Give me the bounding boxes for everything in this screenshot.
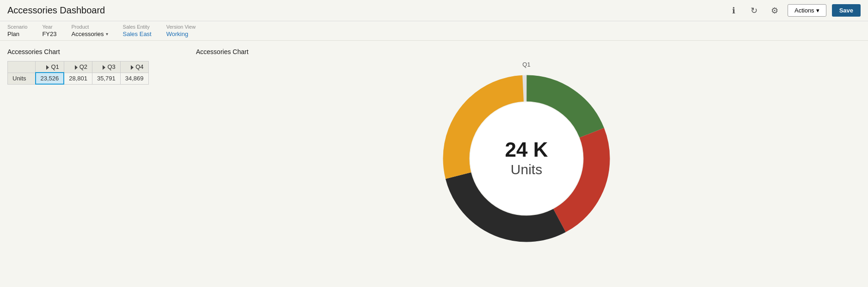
actions-button[interactable]: Actions ▾ bbox=[788, 4, 826, 17]
expand-icon-q1 bbox=[46, 65, 49, 70]
row-label-units: Units bbox=[8, 73, 36, 84]
expand-icon-q4 bbox=[131, 65, 134, 70]
actions-label: Actions bbox=[795, 7, 814, 14]
donut-chart: 24 K Units bbox=[439, 71, 614, 246]
refresh-icon: ↻ bbox=[751, 6, 758, 16]
scenario-filter: Scenario Plan bbox=[7, 24, 27, 37]
chart-quarter-label: Q1 bbox=[522, 61, 530, 68]
product-dropdown-arrow: ▾ bbox=[106, 31, 108, 37]
sales-entity-filter: Sales Entity Sales East bbox=[123, 24, 152, 37]
donut-value: 24 K bbox=[505, 140, 548, 160]
donut-chart-container: Q1 bbox=[196, 61, 857, 246]
header: Accessories Dashboard ℹ ↻ ⚙ Actions ▾ Sa… bbox=[0, 0, 868, 21]
save-label: Save bbox=[839, 7, 853, 14]
header-actions: ℹ ↻ ⚙ Actions ▾ Save bbox=[727, 3, 861, 18]
version-view-value[interactable]: Working bbox=[166, 31, 196, 37]
table-row: Units 23,526 28,801 35,791 34,869 bbox=[8, 73, 149, 84]
left-panel: Accessories Chart Q1 Q2 Q3 Q4 bbox=[0, 41, 185, 254]
expand-icon-q2 bbox=[75, 65, 78, 70]
donut-center-text: 24 K Units bbox=[505, 140, 548, 177]
refresh-button[interactable]: ↻ bbox=[747, 3, 762, 18]
chart-section-title: Accessories Chart bbox=[196, 48, 857, 55]
expand-icon-q3 bbox=[103, 65, 105, 70]
cell-q3-units[interactable]: 35,791 bbox=[92, 73, 121, 84]
table-header-q4[interactable]: Q4 bbox=[120, 61, 148, 73]
product-filter[interactable]: Product Accessories ▾ bbox=[72, 24, 108, 37]
right-panel: Accessories Chart Q1 bbox=[185, 41, 868, 254]
scenario-value: Plan bbox=[7, 31, 27, 37]
chevron-down-icon: ▾ bbox=[816, 7, 819, 14]
year-value: FY23 bbox=[42, 31, 56, 37]
table-section-title: Accessories Chart bbox=[7, 48, 177, 55]
version-view-filter: Version View Working bbox=[166, 24, 196, 37]
gear-icon: ⚙ bbox=[771, 6, 778, 16]
info-button[interactable]: ℹ bbox=[727, 3, 741, 18]
main-content: Accessories Chart Q1 Q2 Q3 Q4 bbox=[0, 41, 868, 254]
table-header-q1[interactable]: Q1 bbox=[36, 61, 64, 73]
accessories-table: Q1 Q2 Q3 Q4 Units 23,526 bbox=[7, 61, 149, 85]
year-label: Year bbox=[42, 24, 56, 30]
table-header-q2[interactable]: Q2 bbox=[64, 61, 92, 73]
filter-bar: Scenario Plan Year FY23 Product Accessor… bbox=[0, 21, 868, 41]
cell-q4-units[interactable]: 34,869 bbox=[120, 73, 148, 84]
table-header-q3[interactable]: Q3 bbox=[92, 61, 121, 73]
save-button[interactable]: Save bbox=[832, 4, 861, 17]
sales-entity-value[interactable]: Sales East bbox=[123, 31, 152, 37]
page-title: Accessories Dashboard bbox=[7, 5, 105, 16]
table-empty-header bbox=[8, 61, 36, 73]
donut-unit: Units bbox=[505, 162, 548, 177]
sales-entity-label: Sales Entity bbox=[123, 24, 152, 30]
version-view-label: Version View bbox=[166, 24, 196, 30]
info-icon: ℹ bbox=[732, 6, 735, 16]
cell-q1-units[interactable]: 23,526 bbox=[36, 73, 64, 84]
settings-button[interactable]: ⚙ bbox=[767, 3, 782, 18]
scenario-label: Scenario bbox=[7, 24, 27, 30]
product-label: Product bbox=[72, 24, 108, 30]
product-value[interactable]: Accessories ▾ bbox=[72, 31, 108, 37]
year-filter: Year FY23 bbox=[42, 24, 56, 37]
cell-q2-units[interactable]: 28,801 bbox=[64, 73, 92, 84]
